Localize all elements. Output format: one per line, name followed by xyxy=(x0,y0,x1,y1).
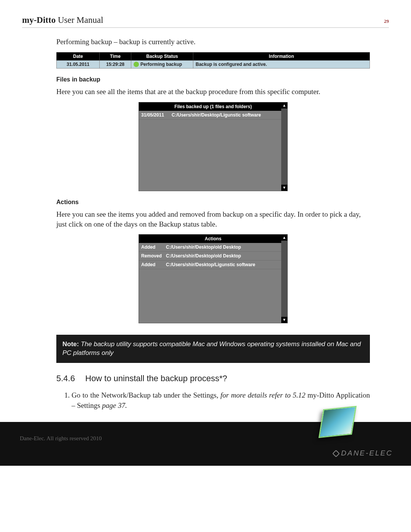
manual-title: my-Ditto User Manual xyxy=(22,15,103,25)
actions-scrollbar[interactable]: ▲ ▼ xyxy=(281,235,287,323)
step-text-a: Go to the Network/Backup tab under the S… xyxy=(72,391,220,399)
actions-panel-title: Actions xyxy=(139,235,287,243)
section-number: 5.4.6 xyxy=(56,374,85,383)
cell-date: 31.05.2011 xyxy=(57,60,100,69)
step-text-b: for more details refer to 5.12 xyxy=(220,391,307,399)
status-data-row[interactable]: 31.05.2011 15:29:28 Performing backup Ba… xyxy=(57,60,370,69)
action-row[interactable]: Added C:/Users/shir/Desktop/Ligunstic so… xyxy=(139,260,281,269)
status-indicator-icon xyxy=(134,62,139,67)
action-type: Removed xyxy=(141,253,166,259)
actions-panel-body: Added C:/Users/shir/Desktop/old Desktop … xyxy=(139,243,281,323)
action-path: C:/Users/shir/Desktop/old Desktop xyxy=(166,253,279,259)
col-status: Backup Status xyxy=(131,52,193,60)
action-type: Added xyxy=(141,262,166,267)
scroll-down-icon[interactable]: ▼ xyxy=(281,185,287,191)
cell-info: Backup is configured and active. xyxy=(193,60,370,69)
action-type: Added xyxy=(141,244,166,250)
cell-status: Performing backup xyxy=(131,60,193,69)
files-description: Here you can see all the items that are … xyxy=(56,87,370,97)
step-text-d: page 37. xyxy=(102,401,127,409)
col-info: Information xyxy=(193,52,370,60)
cell-status-text: Performing backup xyxy=(140,62,182,67)
cell-time: 15:29:28 xyxy=(100,60,131,69)
file-row[interactable]: 31/05/2011 C:/Users/shir/Desktop/Ligunst… xyxy=(139,111,281,120)
files-heading: Files in backup xyxy=(56,76,370,83)
files-panel: Files backed up (1 files and folders) 31… xyxy=(139,102,288,191)
action-row[interactable]: Removed C:/Users/shir/Desktop/old Deskto… xyxy=(139,252,281,260)
title-rest: User Manual xyxy=(56,15,103,25)
copyright-text: Dane-Elec. All rights reserved 2010 xyxy=(20,435,391,442)
dane-elec-logo-icon xyxy=(319,406,357,438)
col-time: Time xyxy=(100,52,131,60)
actions-heading: Actions xyxy=(56,199,370,206)
files-scrollbar[interactable]: ▲ ▼ xyxy=(281,102,287,191)
page-header: my-Ditto User Manual 29 xyxy=(22,15,389,28)
col-date: Date xyxy=(57,52,100,60)
actions-panel: Actions Added C:/Users/shir/Desktop/old … xyxy=(139,234,288,323)
note-label: Note: xyxy=(62,340,79,348)
action-row[interactable]: Added C:/Users/shir/Desktop/old Desktop xyxy=(139,243,281,252)
files-panel-body: 31/05/2011 C:/Users/shir/Desktop/Ligunst… xyxy=(139,111,281,191)
status-header-row: Date Time Backup Status Information xyxy=(57,52,370,60)
actions-description: Here you can see the items you added and… xyxy=(56,209,370,229)
section-title: How to uninstall the backup process*? xyxy=(85,374,227,383)
action-path: C:/Users/shir/Desktop/Ligunstic software xyxy=(166,262,279,267)
uninstall-steps: Go to the Network/Backup tab under the S… xyxy=(72,390,370,411)
scroll-up-icon[interactable]: ▲ xyxy=(281,235,287,241)
files-panel-title: Files backed up (1 files and folders) xyxy=(139,102,287,111)
brand-name: DANE-ELEC xyxy=(341,449,393,457)
note-text: The backup utility supports compatible M… xyxy=(62,340,361,356)
scroll-down-icon[interactable]: ▼ xyxy=(281,317,287,323)
backup-status-table: Date Time Backup Status Information 31.0… xyxy=(56,52,370,69)
page-footer: Dane-Elec. All rights reserved 2010 DANE… xyxy=(0,422,411,466)
step-1: Go to the Network/Backup tab under the S… xyxy=(72,390,370,411)
intro-text: Performing backup – backup is currently … xyxy=(56,37,370,47)
brand-diamond-icon xyxy=(332,450,340,458)
note-box: Note: The backup utility supports compat… xyxy=(56,335,370,363)
file-path: C:/Users/shir/Desktop/Ligunstic software xyxy=(172,112,279,118)
file-date: 31/05/2011 xyxy=(141,112,172,118)
page-number: 29 xyxy=(384,18,389,24)
brand-text: DANE-ELEC xyxy=(333,449,393,457)
title-bold: my-Ditto xyxy=(22,15,56,25)
scroll-up-icon[interactable]: ▲ xyxy=(281,102,287,109)
section-546-heading: 5.4.6How to uninstall the backup process… xyxy=(56,374,370,383)
action-path: C:/Users/shir/Desktop/old Desktop xyxy=(166,244,279,250)
